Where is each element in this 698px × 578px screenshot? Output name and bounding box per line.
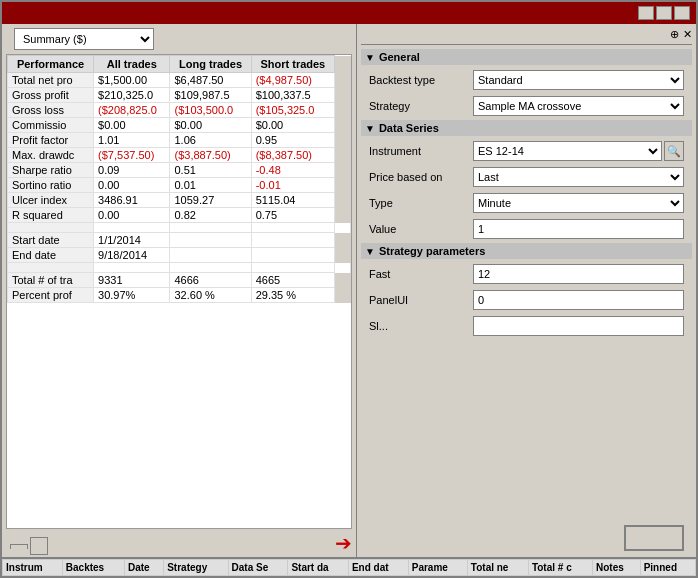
perf-empty-cell <box>8 223 94 233</box>
value-label: Value <box>369 223 469 235</box>
close-button[interactable] <box>674 6 690 20</box>
display-select[interactable]: Summary ($) <box>14 28 154 50</box>
backtest-type-select[interactable]: Standard <box>473 70 684 90</box>
bottom-table: InstrumBacktesDateStrategyData SeStart d… <box>2 559 696 576</box>
value-control <box>473 219 684 239</box>
analyzer-tab[interactable] <box>10 544 28 549</box>
search-icon: 🔍 <box>667 145 681 158</box>
perf-empty-cell <box>94 223 170 233</box>
strategy-row: Strategy Sample MA crossove <box>361 94 692 118</box>
settings-close-icon[interactable]: ✕ <box>683 28 692 41</box>
scroll-placeholder <box>335 193 351 208</box>
perf-empty-cell <box>251 263 334 273</box>
perf-cell <box>251 248 334 263</box>
bottom-panel: InstrumBacktesDateStrategyData SeStart d… <box>2 557 696 576</box>
price-based-on-control: Last <box>473 167 684 187</box>
window-controls <box>638 6 690 20</box>
perf-cell: 1.01 <box>94 133 170 148</box>
perf-cell: 9/18/2014 <box>94 248 170 263</box>
fast-row: Fast <box>361 262 692 286</box>
scroll-placeholder <box>335 163 351 178</box>
perf-cell: ($3,887.50) <box>170 148 251 163</box>
perf-cell: 0.09 <box>94 163 170 178</box>
perf-cell: 0.95 <box>251 133 334 148</box>
scrollbar-header <box>335 56 351 73</box>
col-short-trades: Short trades <box>251 56 334 73</box>
settings-pin-icon[interactable]: ⊕ <box>670 28 679 41</box>
value-input[interactable] <box>473 219 684 239</box>
maximize-button[interactable] <box>656 6 672 20</box>
perf-empty-cell <box>170 263 251 273</box>
perf-empty-cell <box>170 223 251 233</box>
perf-cell: 0.51 <box>170 163 251 178</box>
perf-empty-cell <box>94 263 170 273</box>
sl-row: Sl... <box>361 314 692 338</box>
data-series-section-title: Data Series <box>379 122 439 134</box>
settings-header: ⊕ ✕ <box>361 28 692 45</box>
left-panel: Summary ($) Performance All trades Long … <box>2 24 357 557</box>
panelui-input[interactable] <box>473 290 684 310</box>
panelui-row: PanelUI <box>361 288 692 312</box>
bottom-col-header: End dat <box>348 560 408 576</box>
red-arrow-icon: ➔ <box>335 531 352 557</box>
instrument-control: ES 12-14 🔍 <box>473 141 684 161</box>
general-section-header[interactable]: ▼ General <box>361 49 692 65</box>
minimize-button[interactable] <box>638 6 654 20</box>
scroll-placeholder <box>335 133 351 148</box>
perf-cell: ($208,825.0 <box>94 103 170 118</box>
perf-cell: $0.00 <box>94 118 170 133</box>
perf-cell: Gross loss <box>8 103 94 118</box>
strategy-select[interactable]: Sample MA crossove <box>473 96 684 116</box>
perf-cell: 29.35 % <box>251 288 334 303</box>
perf-cell: 0.00 <box>94 178 170 193</box>
tab-arrow-area: ➔ <box>2 529 356 557</box>
performance-table: Performance All trades Long trades Short… <box>7 55 351 303</box>
scroll-placeholder <box>335 118 351 133</box>
data-series-section-header[interactable]: ▼ Data Series <box>361 120 692 136</box>
perf-cell: ($4,987.50) <box>251 73 334 88</box>
bottom-col-header: Parame <box>408 560 467 576</box>
perf-cell: $0.00 <box>251 118 334 133</box>
perf-cell: 5115.04 <box>251 193 334 208</box>
sl-input[interactable] <box>473 316 684 336</box>
bottom-col-header: Backtes <box>62 560 124 576</box>
instrument-search-button[interactable]: 🔍 <box>664 141 684 161</box>
perf-cell: Gross profit <box>8 88 94 103</box>
fast-input[interactable] <box>473 264 684 284</box>
perf-cell: 32.60 % <box>170 288 251 303</box>
run-button[interactable] <box>624 525 684 551</box>
type-select[interactable]: Minute <box>473 193 684 213</box>
col-performance: Performance <box>8 56 94 73</box>
perf-cell: 30.97% <box>94 288 170 303</box>
perf-cell: -0.01 <box>251 178 334 193</box>
perf-cell: R squared <box>8 208 94 223</box>
add-tab-button[interactable] <box>30 537 48 555</box>
run-button-container <box>361 521 692 525</box>
perf-cell: ($7,537.50) <box>94 148 170 163</box>
scroll-placeholder <box>335 178 351 193</box>
scroll-placeholder <box>335 208 351 223</box>
scroll-placeholder <box>335 233 351 248</box>
perf-cell: Sharpe ratio <box>8 163 94 178</box>
bottom-col-header: Total # c <box>528 560 592 576</box>
strategy-control: Sample MA crossove <box>473 96 684 116</box>
scroll-placeholder <box>335 248 351 263</box>
bottom-col-header: Start da <box>288 560 349 576</box>
instrument-label: Instrument <box>369 145 469 157</box>
price-based-on-select[interactable]: Last <box>473 167 684 187</box>
perf-cell: 1/1/2014 <box>94 233 170 248</box>
strategy-analyzer-window: Summary ($) Performance All trades Long … <box>0 0 698 578</box>
perf-cell: $210,325.0 <box>94 88 170 103</box>
instrument-select[interactable]: ES 12-14 <box>473 141 662 161</box>
main-area: Summary ($) Performance All trades Long … <box>2 24 696 557</box>
settings-icons: ⊕ ✕ <box>670 28 692 41</box>
perf-cell: Max. drawdc <box>8 148 94 163</box>
perf-empty-cell <box>335 223 351 233</box>
performance-table-container: Performance All trades Long trades Short… <box>6 54 352 529</box>
perf-cell: Total # of tra <box>8 273 94 288</box>
perf-cell: 0.82 <box>170 208 251 223</box>
display-bar: Summary ($) <box>2 24 356 54</box>
scroll-placeholder <box>335 273 351 288</box>
strategy-params-section-header[interactable]: ▼ Strategy parameters <box>361 243 692 259</box>
perf-cell: 9331 <box>94 273 170 288</box>
